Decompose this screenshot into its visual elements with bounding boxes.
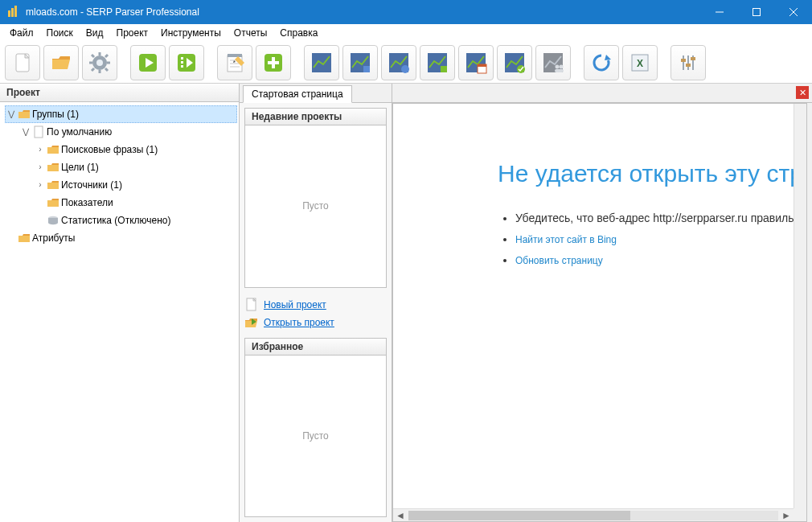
menu-file[interactable]: Файл (3, 26, 40, 40)
svg-line-17 (105, 55, 108, 57)
svg-rect-27 (228, 54, 242, 57)
error-link-bing[interactable]: Найти этот сайт в Bing (515, 234, 617, 245)
tab-start-page[interactable]: Стартовая страница (243, 85, 352, 103)
tree-node-default[interactable]: ⋁ По умолчанию (19, 123, 237, 141)
folder-icon (47, 179, 59, 191)
svg-rect-42 (441, 66, 447, 72)
embedded-browser: Не удается открыть эту страницу Убедитес… (392, 103, 807, 522)
tree-label: Цели (1) (61, 159, 99, 175)
menu-tools[interactable]: Инструменты (154, 26, 228, 40)
tb-chart-2[interactable] (342, 45, 378, 80)
tb-chart-check[interactable] (497, 45, 532, 80)
scroll-corner (794, 508, 806, 521)
tabstrip: Стартовая страница (240, 84, 392, 103)
tb-chart-3[interactable] (381, 45, 416, 80)
link-new-project[interactable]: Новый проект (264, 299, 326, 310)
horizontal-scrollbar[interactable]: ◄ ► (393, 508, 794, 521)
svg-text:X: X (637, 58, 643, 69)
svg-rect-60 (691, 57, 695, 60)
chevron-down-icon[interactable]: ⋁ (21, 127, 31, 137)
menu-reports[interactable]: Отчеты (228, 26, 273, 40)
link-open-project[interactable]: Открыть проект (264, 317, 334, 328)
menu-view[interactable]: Вид (80, 26, 110, 40)
tree-label: Показатели (61, 195, 113, 211)
menu-project[interactable]: Проект (110, 26, 155, 40)
menubar: Файл Поиск Вид Проект Инструменты Отчеты… (0, 24, 812, 42)
menu-search[interactable]: Поиск (40, 26, 80, 40)
link-open-project-row: Открыть проект (244, 314, 387, 331)
svg-rect-59 (686, 64, 691, 67)
close-button[interactable] (775, 0, 812, 24)
svg-rect-24 (181, 65, 183, 68)
svg-rect-45 (478, 64, 486, 67)
tree-label: Атрибуты (32, 230, 75, 246)
tree-node-goals[interactable]: › Цели (1) (34, 158, 237, 176)
svg-point-10 (96, 60, 103, 66)
tb-chart-1[interactable] (304, 45, 339, 80)
document-icon (32, 125, 45, 138)
tb-chart-calendar[interactable] (458, 45, 494, 80)
scroll-right-icon[interactable]: ► (781, 510, 791, 521)
tree-node-phrases[interactable]: › Поисковые фразы (1) (34, 141, 237, 158)
tb-plus[interactable] (256, 45, 291, 80)
svg-rect-2 (14, 6, 17, 17)
project-links: Новый проект Открыть проект (240, 293, 392, 338)
vertical-scrollbar[interactable] (794, 104, 806, 508)
tree-node-sources[interactable]: › Источники (1) (34, 176, 237, 194)
recent-projects-box: Недавние проекты Пусто (244, 108, 387, 288)
svg-rect-23 (181, 61, 183, 64)
toolbar: X (0, 42, 812, 84)
open-folder-arrow-icon (244, 315, 259, 330)
link-new-project-row: Новый проект (244, 296, 387, 314)
svg-line-15 (92, 55, 94, 57)
error-line-check-url: Убедитесь, что веб-адрес http://serppars… (515, 212, 794, 224)
svg-rect-38 (363, 66, 370, 72)
browser-error-page: Не удается открыть эту страницу Убедитес… (393, 104, 794, 508)
stats-disabled-icon (47, 214, 59, 227)
chevron-right-icon[interactable]: › (35, 162, 45, 172)
maximize-button[interactable] (738, 0, 775, 24)
titlebar: mloads.com - SERP Parser Professional (0, 0, 812, 24)
menu-help[interactable]: Справка (273, 26, 324, 40)
error-link-refresh[interactable]: Обновить страницу (515, 255, 603, 266)
chevron-down-icon[interactable]: ⋁ (6, 109, 16, 119)
scroll-left-icon[interactable]: ◄ (396, 510, 405, 521)
tb-chart-users[interactable] (535, 45, 571, 80)
app-logo-icon (6, 6, 19, 18)
tree-label: Группы (1) (32, 106, 79, 122)
chevron-right-icon[interactable]: › (35, 145, 45, 154)
tb-settings[interactable] (82, 45, 117, 80)
tree-node-indicators[interactable]: Показатели (34, 194, 237, 212)
tb-equalizer[interactable] (671, 45, 706, 80)
scroll-track[interactable] (408, 511, 778, 520)
content-tabstrip: ✕ (392, 84, 812, 103)
tb-play[interactable] (130, 45, 166, 80)
tb-open-folder[interactable] (43, 45, 79, 80)
window-title: mloads.com - SERP Parser Professional (26, 6, 701, 18)
favorites-box: Избранное Пусто (244, 338, 387, 518)
chevron-right-icon[interactable]: › (35, 180, 45, 190)
start-column: Стартовая страница Недавние проекты Пуст… (240, 84, 392, 522)
project-panel: Проект ⋁ Группы (1) ⋁ По умолчан (0, 84, 240, 522)
tree-node-groups[interactable]: ⋁ Группы (1) (5, 105, 237, 123)
tb-chart-4[interactable] (420, 45, 455, 80)
tb-notepad[interactable] (217, 45, 252, 80)
svg-rect-22 (181, 57, 183, 60)
svg-rect-0 (8, 10, 10, 17)
tree-node-attributes[interactable]: Атрибуты (5, 229, 237, 247)
tb-export-excel[interactable]: X (622, 45, 658, 80)
project-tree[interactable]: ⋁ Группы (1) ⋁ По умолчанию (0, 102, 239, 522)
close-tab-button[interactable]: ✕ (796, 86, 809, 99)
tree-label: По умолчанию (47, 124, 112, 140)
svg-rect-4 (753, 9, 761, 16)
folder-icon (18, 108, 31, 121)
minimize-button[interactable] (701, 0, 738, 24)
recent-projects-empty: Пусто (245, 125, 386, 287)
tb-play-list[interactable] (169, 45, 204, 80)
scroll-thumb[interactable] (408, 511, 630, 520)
tb-refresh[interactable] (584, 45, 619, 80)
folder-icon (47, 143, 59, 156)
tree-node-stats[interactable]: Статистика (Отключено) (34, 212, 237, 229)
tb-new-file[interactable] (5, 45, 40, 80)
svg-line-18 (92, 68, 94, 71)
